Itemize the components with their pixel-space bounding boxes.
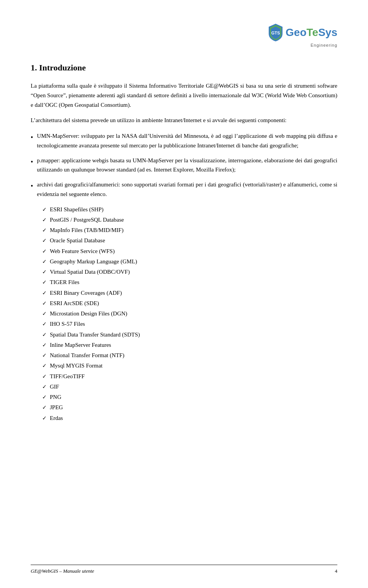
bullet-icon: • [31,157,33,175]
checklist-item: ✓TIGER Files [42,278,337,287]
checklist-item: ✓Spatial Data Transfer Standard (SDTS) [42,330,337,339]
logo-engineering-text: Engineering [267,43,337,47]
checkmark-icon: ✓ [42,393,47,402]
logo-sys: Sys [318,26,337,38]
checkmark-icon: ✓ [42,362,47,370]
footer-left: GE@WebGIS – Manuale utente [31,568,94,574]
checklist-label: Geography Markup Language (GML) [50,257,137,266]
checkmark-icon: ✓ [42,216,47,224]
bullet-text-1: UMN-MapServer: sviluppato per la NASA da… [37,131,337,150]
checkmark-icon: ✓ [42,299,47,308]
arch-intro: L’architettura del sistema prevede un ut… [31,116,337,125]
bullet-icon: • [31,132,33,150]
checklist-item: ✓ESRI Shapefiles (SHP) [42,205,337,214]
checklist-item: ✓ESRI Binary Coverages (ADF) [42,289,337,297]
checklist-item: ✓Erdas [42,414,337,423]
list-item: • UMN-MapServer: sviluppato per la NASA … [31,131,337,150]
logo-box: GTS GeoTeSys Engineering [267,23,337,47]
checklist-label: TIGER Files [50,278,79,287]
checkmark-icon: ✓ [42,226,47,235]
checkmark-icon: ✓ [42,351,47,360]
page: GTS GeoTeSys Engineering 1. Introduzione… [0,0,368,588]
checklist-item: ✓MapInfo Files (TAB/MID/MIF) [42,226,337,235]
checklist-label: National Transfer Format (NTF) [50,351,125,360]
checkmark-icon: ✓ [42,237,47,245]
checklist-label: IHO S-57 Files [50,320,85,328]
logo-shield-icon: GTS [267,23,284,42]
bullet-icon: • [31,181,33,199]
checkmark-icon: ✓ [42,310,47,318]
checkmark-icon: ✓ [42,258,47,266]
bullet-text-2: p.mapper: applicazione webgis basata su … [37,156,337,175]
checkmark-icon: ✓ [42,331,47,339]
checkmark-icon: ✓ [42,206,47,214]
bullet-list: • UMN-MapServer: sviluppato per la NASA … [31,131,337,199]
svg-text:GTS: GTS [271,31,280,35]
header-logo-area: GTS GeoTeSys Engineering [31,23,337,47]
bullet-text-3: archivi dati geografici/alfanumerici: so… [37,180,337,199]
checklist-label: TIFF/GeoTIFF [50,372,85,381]
list-item: • p.mapper: applicazione webgis basata s… [31,156,337,175]
logo-te: Te [307,26,319,38]
checklist-label: Erdas [50,414,63,423]
checklist-item: ✓Microstation Design Files (DGN) [42,309,337,318]
checklist-item: ✓National Transfer Format (NTF) [42,351,337,360]
checklist-label: GIF [50,382,59,391]
checkmark-icon: ✓ [42,341,47,350]
checkmark-icon: ✓ [42,320,47,328]
checklist-label: Microstation Design Files (DGN) [50,309,127,318]
checklist-label: Web Feature Service (WFS) [50,247,115,256]
checklist-item: ✓Inline MapServer Features [42,341,337,350]
checklist-item: ✓Web Feature Service (WFS) [42,247,337,256]
checkmark-icon: ✓ [42,247,47,256]
logo-wordmark: GeoTeSys [286,26,337,39]
checklist-label: Spatial Data Transfer Standard (SDTS) [50,330,140,339]
checklist-label: PostGIS / PostgreSQL Database [50,216,124,224]
section-title: 1. Introduzione [31,63,337,73]
checklist: ✓ESRI Shapefiles (SHP)✓PostGIS / Postgre… [42,205,337,423]
logo-geo: Geo [286,26,306,38]
checklist-item: ✓GIF [42,382,337,391]
checklist-label: Virtual Spatial Data (ODBC/OVF) [50,268,130,276]
footer-page-number: 4 [335,568,338,574]
logo-graphic: GTS GeoTeSys [267,23,337,42]
checkmark-icon: ✓ [42,268,47,276]
checklist-item: ✓Oracle Spatial Database [42,236,337,245]
checklist-label: Oracle Spatial Database [50,236,105,245]
checklist-label: JPEG [50,403,63,412]
checklist-label: PNG [50,393,61,402]
checkmark-icon: ✓ [42,289,47,297]
checklist-item: ✓PNG [42,393,337,402]
intro-paragraph: La piattaforma sulla quale è sviluppato … [31,81,337,109]
checklist-label: Mysql MYGIS Format [50,361,103,370]
checkmark-icon: ✓ [42,403,47,412]
checklist-item: ✓Geography Markup Language (GML) [42,257,337,266]
checklist-label: ESRI ArcSDE (SDE) [50,299,99,308]
checklist-item: ✓PostGIS / PostgreSQL Database [42,216,337,224]
checklist-item: ✓JPEG [42,403,337,412]
checklist-label: MapInfo Files (TAB/MID/MIF) [50,226,123,235]
list-item: • archivi dati geografici/alfanumerici: … [31,180,337,199]
checklist-item: ✓IHO S-57 Files [42,320,337,328]
checklist-label: Inline MapServer Features [50,341,111,350]
checklist-item: ✓Virtual Spatial Data (ODBC/OVF) [42,268,337,276]
checkmark-icon: ✓ [42,278,47,287]
checklist-item: ✓Mysql MYGIS Format [42,361,337,370]
checkmark-icon: ✓ [42,383,47,391]
checkmark-icon: ✓ [42,372,47,381]
checklist-item: ✓TIFF/GeoTIFF [42,372,337,381]
checklist-label: ESRI Binary Coverages (ADF) [50,289,122,297]
checklist-label: ESRI Shapefiles (SHP) [50,205,104,214]
footer: GE@WebGIS – Manuale utente 4 [31,565,337,574]
checkmark-icon: ✓ [42,414,47,423]
section-number: 1. [31,63,37,72]
checklist-item: ✓ESRI ArcSDE (SDE) [42,299,337,308]
